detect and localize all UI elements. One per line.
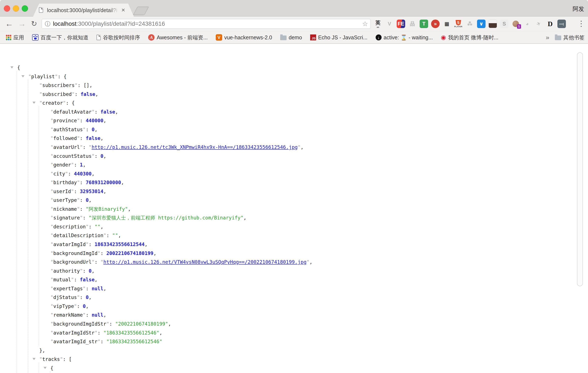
json-punctuation: , bbox=[103, 153, 106, 159]
json-punctuation: : bbox=[83, 144, 89, 150]
address-bar[interactable]: ⓘ localhost:3000/playlist/detail?id=2438… bbox=[42, 19, 371, 29]
bookmark-star-icon[interactable]: ☆ bbox=[362, 19, 368, 29]
fe-icon[interactable]: FE bbox=[397, 20, 405, 28]
vysor-icon[interactable]: ∨ bbox=[477, 20, 485, 28]
json-line: "signature": "深圳市爱猫人士，前端工程师 https://gith… bbox=[0, 213, 246, 222]
json-line: "nickname": "阿发Binaryify", bbox=[0, 204, 131, 213]
json-keyword: null bbox=[92, 312, 103, 318]
monkey-icon[interactable]: 1 bbox=[512, 20, 520, 28]
bookmark-google-sorted[interactable]: 谷歌按时间排序 bbox=[96, 34, 140, 41]
vue-devtools-icon[interactable]: V bbox=[385, 20, 394, 28]
bookmark-active-waiting[interactable]: ↓active: ⌛ - waiting... bbox=[376, 34, 433, 41]
bookmark-awesomes[interactable]: AAwesomes - 前端资... bbox=[148, 34, 208, 41]
translate-glyph: 英 bbox=[375, 19, 380, 26]
json-quote: " bbox=[306, 259, 310, 265]
password-dots-icon[interactable]: •••| bbox=[557, 20, 566, 28]
json-line: "creator": { bbox=[0, 98, 75, 107]
bookmark-weibo-home[interactable]: ◉我的首页 微博-随时... bbox=[441, 34, 498, 41]
new-tab-button[interactable] bbox=[133, 7, 149, 15]
html5-player-icon[interactable]: 5PLAYER bbox=[454, 20, 462, 28]
weibo-gray-icon[interactable]: ◕ bbox=[523, 20, 531, 28]
bookmark-label: 我的首页 微博-随时... bbox=[448, 34, 498, 41]
json-punctuation: : bbox=[86, 127, 92, 132]
json-keyword: false bbox=[86, 136, 100, 141]
hummingbird-icon[interactable]: ✈ bbox=[535, 20, 543, 28]
bookmark-demo[interactable]: demo bbox=[280, 34, 302, 41]
json-number: 440300 bbox=[74, 171, 92, 177]
json-punctuation: : bbox=[74, 189, 80, 194]
down-circle-icon: ↓ bbox=[376, 34, 382, 40]
json-punctuation: , bbox=[100, 224, 103, 229]
sitemap-icon[interactable]: 品 bbox=[408, 20, 417, 28]
window-zoom-button[interactable] bbox=[22, 5, 28, 12]
url-text[interactable]: localhost:3000/playlist/detail?id=243816… bbox=[53, 19, 165, 29]
video-speed-icon[interactable]: » bbox=[431, 20, 440, 28]
bookmarks-right: » 其他书签 bbox=[546, 31, 585, 43]
json-punctuation: , bbox=[115, 109, 118, 115]
paw-icon[interactable]: ⁂ bbox=[466, 20, 474, 28]
json-line: "subscribed": false, bbox=[0, 90, 98, 99]
json-key: avatarImgId bbox=[53, 242, 86, 247]
json-key: defaultAvatar bbox=[53, 109, 92, 115]
browser-tab[interactable]: localhost:3000/playlist/detail?i × bbox=[33, 4, 134, 17]
json-line: "backgroundUrl": "http://p1.music.126.ne… bbox=[0, 257, 312, 266]
bookmark-baidu[interactable]: 百度一下，你就知道 bbox=[32, 34, 88, 41]
json-punctuation: : bbox=[94, 259, 101, 265]
bookmark-label: active: ⌛ - waiting... bbox=[384, 34, 433, 41]
json-key: userId bbox=[53, 189, 71, 194]
json-string: "" bbox=[112, 233, 118, 238]
json-punctuation: : bbox=[80, 295, 86, 300]
bookmarks-overflow-icon[interactable]: » bbox=[546, 34, 549, 41]
json-punctuation: : [], bbox=[78, 83, 92, 88]
back-icon[interactable]: ← bbox=[5, 17, 13, 31]
json-punctuation: : bbox=[100, 251, 106, 256]
dark-reader-icon[interactable]: D bbox=[546, 20, 554, 28]
bookmark-apps[interactable]: 应用 bbox=[6, 34, 24, 41]
icon-badge: 1 bbox=[517, 24, 521, 29]
json-number: 0 bbox=[83, 303, 86, 309]
baidu-paw-icon bbox=[32, 34, 39, 41]
bookmark-items: 应用百度一下，你就知道谷歌按时间排序AAwesomes - 前端资...Vvue… bbox=[6, 31, 498, 43]
json-line: { bbox=[0, 364, 53, 373]
tab-close-icon[interactable]: × bbox=[121, 4, 125, 17]
password-dots-glyph: •••| bbox=[559, 22, 564, 25]
bookmark-echojs[interactable]: JSEcho JS - JavaScri... bbox=[310, 34, 368, 41]
json-punctuation: : bbox=[83, 215, 89, 221]
window-minimize-button[interactable] bbox=[13, 5, 19, 12]
page-info-icon[interactable]: ⓘ bbox=[45, 19, 50, 29]
json-key: authority bbox=[53, 268, 80, 274]
json-string: "18633423556612546" bbox=[103, 330, 159, 336]
json-link[interactable]: http://p1.music.126.net/tc3Wk_XNPmwiR4hx… bbox=[92, 144, 298, 150]
profile-name[interactable]: 阿发 bbox=[573, 5, 584, 13]
json-punctuation: : bbox=[75, 91, 81, 97]
json-punctuation: : bbox=[80, 118, 86, 123]
url-path: :3000/playlist/detail?id=24381616 bbox=[76, 21, 165, 27]
dark-reader-glyph: D bbox=[548, 20, 553, 28]
bookmark-vue-hackernews[interactable]: Vvue-hackernews-2.0 bbox=[216, 34, 272, 41]
tampermonkey-icon[interactable]: T bbox=[420, 20, 428, 28]
sourcegraph-icon[interactable]: S bbox=[500, 20, 508, 28]
json-link[interactable]: http://p1.music.126.net/VTW4vsN08vwL3uSQ… bbox=[103, 259, 306, 265]
translate-icon[interactable]: 英en bbox=[374, 20, 382, 28]
json-line: "backgroundImgId": 2002210674180199, bbox=[0, 249, 157, 258]
json-keyword: false bbox=[81, 91, 95, 97]
json-punctuation: { bbox=[50, 365, 53, 371]
json-punctuation: : bbox=[86, 312, 92, 318]
other-bookmarks-button[interactable]: 其他书签 bbox=[555, 34, 585, 41]
json-punctuation: : bbox=[100, 339, 106, 344]
json-punctuation: : bbox=[94, 153, 101, 159]
json-punctuation: }, bbox=[39, 348, 45, 353]
qrcode-icon[interactable]: ▦ bbox=[443, 20, 451, 28]
reload-icon[interactable]: ↻ bbox=[31, 17, 37, 31]
toolbar: ← → ↻ ⓘ localhost:3000/playlist/detail?i… bbox=[0, 17, 588, 31]
window-close-button[interactable] bbox=[4, 5, 10, 12]
json-number: 0 bbox=[89, 268, 92, 274]
paw-glyph: ⁂ bbox=[467, 21, 472, 27]
json-punctuation: , bbox=[168, 321, 171, 327]
vue-v-icon: V bbox=[216, 34, 222, 41]
json-key: avatarUrl bbox=[53, 144, 80, 150]
json-key: nickname bbox=[53, 206, 77, 212]
mask-icon[interactable] bbox=[489, 20, 497, 28]
browser-menu-icon[interactable]: ⋮ bbox=[577, 17, 585, 31]
scrollbar-thumb[interactable] bbox=[577, 52, 583, 286]
